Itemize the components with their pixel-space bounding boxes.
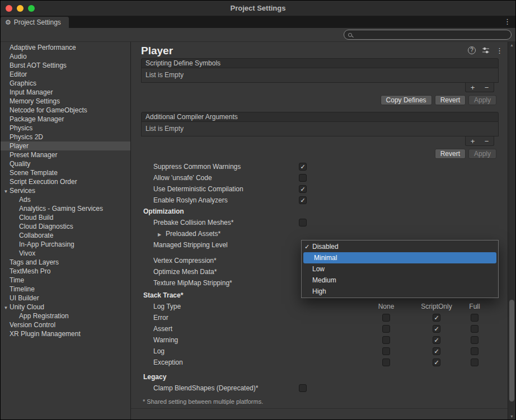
revert-button[interactable]: Revert	[435, 95, 466, 105]
checkbox[interactable]	[299, 384, 307, 392]
sidebar-item-analytics[interactable]: Analytics - Gaming Services	[1, 204, 130, 213]
checkbox[interactable]	[471, 314, 479, 322]
sidebar-item-xr-plugin-management[interactable]: XR Plugin Management	[1, 329, 130, 338]
sidebar-item-time[interactable]: Time	[1, 276, 130, 285]
search-field[interactable]	[344, 30, 512, 40]
option-label: Low	[312, 265, 325, 273]
dropdown-option-medium[interactable]: Medium	[302, 275, 498, 286]
sidebar-item-cloud-diagnostics[interactable]: Cloud Diagnostics	[1, 222, 130, 231]
revert-button[interactable]: Revert	[435, 149, 466, 159]
checkbox[interactable]	[299, 174, 307, 182]
add-button[interactable]: +	[466, 136, 480, 145]
dropdown-option-minimal[interactable]: Minimal	[303, 252, 496, 263]
sidebar-item-memory-settings[interactable]: Memory Settings	[1, 97, 130, 106]
copy-defines-button[interactable]: Copy Defines	[381, 95, 432, 105]
sidebar-item-netcode[interactable]: Netcode for GameObjects	[1, 106, 130, 115]
checkbox[interactable]	[382, 314, 390, 322]
tab-more-icon[interactable]: ⋮	[504, 17, 511, 26]
search-input[interactable]	[355, 31, 507, 38]
panel-bottom-divider	[131, 408, 508, 409]
sidebar-item-scene-template[interactable]: Scene Template	[1, 168, 130, 177]
setting-row: Allow 'unsafe' Code	[141, 172, 499, 183]
checkbox[interactable]: ✓	[433, 314, 440, 322]
apply-button[interactable]: Apply	[468, 149, 496, 159]
sidebar-item-ads[interactable]: Ads	[1, 195, 130, 204]
remove-button[interactable]: −	[480, 136, 494, 145]
sidebar-item-cloud-build[interactable]: Cloud Build	[1, 213, 130, 222]
checkbox[interactable]	[299, 219, 307, 226]
sidebar-item-app-registration[interactable]: App Registration	[1, 312, 130, 320]
minimize-button[interactable]	[17, 5, 24, 12]
sidebar-item-quality[interactable]: Quality	[1, 159, 130, 168]
setting-label: Assert	[141, 325, 299, 333]
sidebar-item-script-execution-order[interactable]: Script Execution Order	[1, 177, 130, 186]
apply-button[interactable]: Apply	[468, 95, 496, 105]
sidebar-item-player[interactable]: Player	[1, 141, 130, 150]
more-menu-icon[interactable]: ⋮	[496, 47, 503, 54]
scroll-down-icon[interactable]: ▼	[508, 414, 515, 418]
sidebar-item-timeline[interactable]: Timeline	[1, 285, 130, 294]
sidebar-item-burst-aot[interactable]: Burst AOT Settings	[1, 61, 130, 70]
checkbox[interactable]	[382, 358, 390, 366]
setting-row: Prebake Collision Meshes*	[141, 217, 499, 228]
checkbox[interactable]: ✓	[433, 325, 440, 333]
dropdown-option-disabled[interactable]: ✓ Disabled	[302, 241, 498, 252]
sidebar-item-in-app-purchasing[interactable]: In-App Purchasing	[1, 240, 130, 249]
remove-button[interactable]: −	[480, 83, 494, 92]
setting-row: Suppress Common Warnings ✓	[141, 161, 499, 172]
option-label: Medium	[312, 276, 336, 284]
sidebar-item-vivox[interactable]: Vivox	[1, 249, 130, 258]
setting-row-preloaded-assets[interactable]: ▶Preloaded Assets*	[141, 228, 499, 239]
sidebar-item-physics[interactable]: Physics	[1, 124, 130, 133]
vertical-scrollbar[interactable]: ▲ ▼	[508, 42, 515, 419]
checkbox[interactable]	[382, 336, 390, 344]
check-icon: ✓	[302, 243, 312, 251]
close-button[interactable]	[6, 5, 12, 12]
checkbox[interactable]: ✓	[433, 347, 440, 355]
tab-project-settings[interactable]: ⚙ Project Settings	[1, 17, 69, 28]
settings-scroll-area: Scripting Define Symbols List is Empty +…	[131, 58, 508, 419]
sidebar-item-services[interactable]: ▼Services	[1, 186, 130, 195]
sidebar-item-version-control[interactable]: Version Control	[1, 320, 130, 329]
sidebar-item-tags-and-layers[interactable]: Tags and Layers	[1, 258, 130, 267]
scroll-up-icon[interactable]: ▲	[508, 43, 515, 47]
scrollbar-thumb[interactable]	[509, 300, 514, 402]
checkbox[interactable]	[471, 325, 479, 333]
sidebar-item-input-manager[interactable]: Input Manager	[1, 88, 130, 97]
checkbox[interactable]	[471, 347, 479, 355]
sidebar-item-graphics[interactable]: Graphics	[1, 79, 130, 88]
sidebar-item-collaborate[interactable]: Collaborate	[1, 231, 130, 240]
checkbox[interactable]: ✓	[299, 185, 307, 193]
column-header-full: Full	[456, 303, 494, 310]
settings-sidebar: Adaptive Performance Audio Burst AOT Set…	[1, 42, 131, 419]
sidebar-item-textmesh-pro[interactable]: TextMesh Pro	[1, 267, 130, 276]
window-title: Project Settings	[1, 1, 515, 16]
tab-strip: ⚙ Project Settings ⋮	[1, 16, 515, 28]
checkbox[interactable]: ✓	[433, 336, 440, 344]
sidebar-item-package-manager[interactable]: Package Manager	[1, 115, 130, 124]
setting-label: Suppress Common Warnings	[141, 163, 299, 171]
sidebar-item-adaptive-performance[interactable]: Adaptive Performance	[1, 43, 130, 52]
sidebar-item-audio[interactable]: Audio	[1, 52, 130, 61]
sidebar-item-unity-cloud[interactable]: ▼Unity Cloud	[1, 303, 130, 312]
add-button[interactable]: +	[466, 83, 480, 92]
zoom-button[interactable]	[28, 5, 35, 12]
presets-icon[interactable]	[482, 47, 490, 54]
sidebar-item-editor[interactable]: Editor	[1, 70, 130, 79]
setting-label: Prebake Collision Meshes*	[141, 219, 299, 226]
dropdown-option-high[interactable]: High	[302, 286, 498, 297]
checkbox[interactable]	[471, 336, 479, 344]
checkbox[interactable]	[471, 358, 479, 366]
checkbox[interactable]	[382, 347, 390, 355]
section-header-optimization: Optimization	[141, 206, 499, 217]
help-icon[interactable]: ?	[468, 46, 476, 54]
setting-label: Enable Roslyn Analyzers	[141, 196, 299, 204]
checkbox[interactable]	[382, 325, 390, 333]
sidebar-item-physics-2d[interactable]: Physics 2D	[1, 133, 130, 141]
sidebar-item-ui-builder[interactable]: UI Builder	[1, 294, 130, 303]
checkbox[interactable]: ✓	[299, 196, 307, 204]
checkbox[interactable]: ✓	[433, 358, 440, 366]
sidebar-item-preset-manager[interactable]: Preset Manager	[1, 150, 130, 159]
checkbox[interactable]: ✓	[299, 163, 307, 171]
dropdown-option-low[interactable]: Low	[302, 263, 498, 275]
